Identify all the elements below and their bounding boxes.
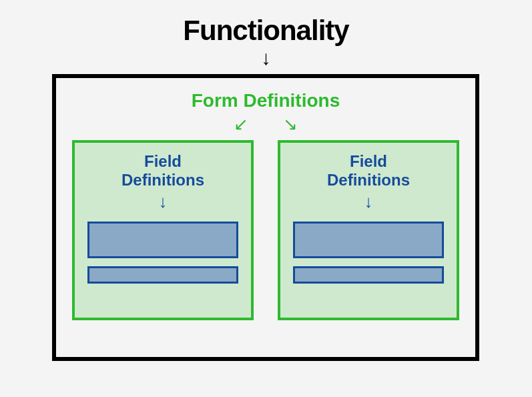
functionality-title: Functionality bbox=[0, 15, 532, 47]
form-arrows: ↙ ↘ bbox=[56, 114, 475, 135]
field-definitions-row: Field Definitions ↓ Field Definitions ↓ bbox=[56, 140, 475, 320]
arrow-down-icon: ↓ bbox=[0, 47, 532, 69]
functionality-box: Form Definitions ↙ ↘ Field Definitions ↓… bbox=[52, 74, 479, 361]
arrow-down-icon: ↓ bbox=[280, 191, 457, 212]
field-slot-small bbox=[293, 266, 444, 284]
field-slot-large bbox=[87, 222, 238, 258]
field-title-line1: Field bbox=[144, 152, 182, 170]
field-definitions-title: Field Definitions bbox=[75, 152, 251, 189]
field-definitions-box-right: Field Definitions ↓ bbox=[278, 140, 459, 320]
field-title-line1: Field bbox=[350, 152, 387, 170]
field-title-line2: Definitions bbox=[121, 171, 204, 189]
arrow-down-right-icon: ↘ bbox=[268, 114, 312, 135]
form-definitions-title: Form Definitions bbox=[56, 90, 475, 111]
field-definitions-title: Field Definitions bbox=[280, 152, 457, 189]
arrow-down-left-icon: ↙ bbox=[219, 114, 263, 135]
field-slot-large bbox=[293, 222, 444, 258]
field-slot-small bbox=[87, 266, 238, 284]
diagram-stage: Functionality ↓ Form Definitions ↙ ↘ Fie… bbox=[0, 0, 532, 397]
field-title-line2: Definitions bbox=[327, 171, 410, 189]
arrow-down-icon: ↓ bbox=[75, 191, 251, 212]
field-definitions-box-left: Field Definitions ↓ bbox=[72, 140, 254, 320]
